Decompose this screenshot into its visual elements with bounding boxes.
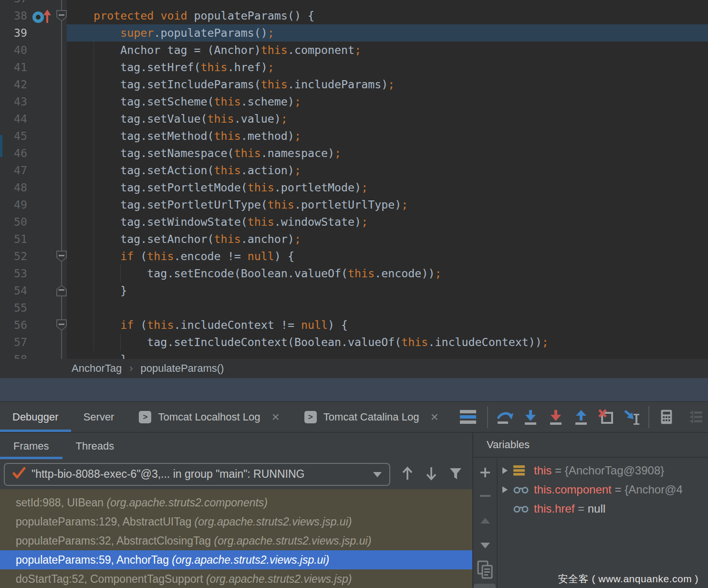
code-text[interactable]: tag.setScheme(this.scheme); xyxy=(67,93,301,110)
line-number[interactable]: 46 xyxy=(0,145,27,162)
line-number[interactable]: 48 xyxy=(0,179,27,196)
trace-disabled-icon[interactable] xyxy=(687,409,705,426)
ide-debug-screen: { "colors": { "accent_blue": "#3C78BF", … xyxy=(0,0,708,588)
override-method-gutter-icon[interactable] xyxy=(32,9,53,23)
line-number[interactable]: 41 xyxy=(0,59,27,76)
code-text[interactable]: if (this.includeContext != null) { xyxy=(67,316,348,334)
plain-token: tag.setPortletMode( xyxy=(67,181,248,194)
arrow-down-icon[interactable] xyxy=(425,465,438,483)
force-step-into-icon[interactable] xyxy=(547,409,564,426)
line-number[interactable]: 38 xyxy=(0,7,27,24)
evaluate-expression-icon[interactable] xyxy=(658,409,675,426)
line-number[interactable]: 58 xyxy=(0,351,27,359)
line-number[interactable]: 56 xyxy=(0,316,27,334)
plain-token: tag.setScheme( xyxy=(67,95,214,108)
plain-token: tag.setWindowState( xyxy=(67,215,248,228)
variable-row[interactable]: this.component = {Anchor@4 xyxy=(498,480,708,499)
variable-row[interactable]: this = {AnchorTag@3908} xyxy=(498,461,708,480)
tab-tomcat-localhost-log[interactable]: >Tomcat Localhost Log× xyxy=(126,402,292,432)
breadcrumb-class[interactable]: AnchorTag xyxy=(72,362,122,375)
expander-triangle-icon[interactable] xyxy=(500,466,513,475)
stack-frame-row[interactable]: populateParams:59, AnchorTag (org.apache… xyxy=(0,550,472,569)
code-line-58: 58 } xyxy=(0,351,708,359)
code-text[interactable]: Anchor tag = (Anchor)this.component; xyxy=(67,42,361,59)
stack-frame-row[interactable]: setId:988, UIBean (org.apache.struts2.co… xyxy=(0,493,472,512)
duplicate-watch-icon[interactable] xyxy=(473,560,497,580)
code-text[interactable]: tag.setEncode(Boolean.valueOf(this.encod… xyxy=(67,265,441,282)
splitter-band[interactable] xyxy=(0,378,708,402)
tab-frames[interactable]: Frames xyxy=(0,433,62,459)
tab-server[interactable]: Server xyxy=(71,402,127,432)
code-text[interactable]: tag.setIncludeContext(Boolean.valueOf(th… xyxy=(67,334,549,351)
line-number[interactable]: 53 xyxy=(0,265,27,282)
breadcrumb-method[interactable]: populateParams() xyxy=(141,362,224,375)
step-into-icon[interactable] xyxy=(522,409,539,426)
code-text[interactable]: tag.setPortletMode(this.portletMode); xyxy=(67,179,368,196)
filter-funnel-icon[interactable] xyxy=(448,466,463,483)
fold-marker-icon[interactable] xyxy=(56,251,67,262)
run-to-cursor-icon[interactable] xyxy=(623,409,640,426)
code-text[interactable]: tag.setIncludeParams(this.includeParams)… xyxy=(67,76,395,93)
plain-token: tag.setEncode(Boolean.valueOf( xyxy=(67,267,348,280)
plain-token: tag.setMethod( xyxy=(67,129,214,142)
line-number[interactable]: 43 xyxy=(0,93,27,110)
code-text[interactable]: tag.setWindowState(this.windowState); xyxy=(67,213,368,231)
stack-frame-row[interactable]: populateParams:129, AbstractUITag (org.a… xyxy=(0,512,472,531)
tab-debugger[interactable]: Debugger xyxy=(0,402,71,432)
tab-threads[interactable]: Threads xyxy=(62,433,128,459)
code-text[interactable]: tag.setHref(this.href); xyxy=(67,59,274,76)
code-text[interactable]: } xyxy=(67,282,127,299)
tab-tomcat-catalina-log[interactable]: >Tomcat Catalina Log× xyxy=(292,402,451,432)
move-down-icon[interactable] xyxy=(473,542,497,549)
fold-marker-icon[interactable] xyxy=(56,319,67,331)
code-text[interactable]: } xyxy=(67,351,127,359)
line-number[interactable]: 47 xyxy=(0,162,27,179)
line-number[interactable]: 49 xyxy=(0,196,27,213)
code-text[interactable]: super.populateParams(); xyxy=(67,24,274,42)
line-number[interactable]: 50 xyxy=(0,213,27,231)
plain-token: ( xyxy=(134,250,147,262)
keyword-token: protected xyxy=(94,9,154,22)
code-text[interactable]: tag.setPortletUrlType(this.portletUrlTyp… xyxy=(67,196,408,213)
line-number[interactable]: 39 xyxy=(0,24,27,42)
line-number[interactable]: 55 xyxy=(0,299,27,316)
thread-selector-dropdown[interactable]: "http-bio-8088-exec-6"@3,... in group "m… xyxy=(4,463,390,486)
line-number[interactable]: 51 xyxy=(0,231,27,248)
line-number[interactable]: 52 xyxy=(0,248,27,265)
code-text[interactable]: tag.setNamespace(this.namespace); xyxy=(67,145,341,162)
code-text[interactable]: tag.setValue(this.value); xyxy=(67,110,288,127)
line-number[interactable]: 40 xyxy=(0,42,27,59)
close-icon[interactable]: × xyxy=(430,410,438,424)
code-text[interactable]: if (this.encode != null) { xyxy=(67,248,294,265)
code-text[interactable]: protected void populateParams() { xyxy=(67,7,314,24)
move-up-icon[interactable] xyxy=(473,517,497,525)
plain-token: .method) xyxy=(241,129,294,142)
close-icon[interactable]: × xyxy=(271,410,279,424)
line-number[interactable]: 57 xyxy=(0,334,27,351)
fold-marker-inner xyxy=(57,320,66,330)
add-watch-icon[interactable] xyxy=(473,466,497,479)
line-number[interactable]: 54 xyxy=(0,282,27,299)
variable-row[interactable]: this.href = null xyxy=(498,499,708,518)
remove-watch-icon[interactable] xyxy=(473,494,497,498)
arrow-up-icon[interactable] xyxy=(401,465,414,483)
step-over-icon[interactable] xyxy=(497,409,514,426)
fold-marker-icon[interactable] xyxy=(56,285,67,296)
code-line-46: 46 tag.setNamespace(this.namespace); xyxy=(0,145,708,162)
line-number[interactable]: 45 xyxy=(0,127,27,145)
line-number[interactable]: 44 xyxy=(0,110,27,127)
drop-frame-icon[interactable] xyxy=(598,409,615,426)
step-out-icon[interactable] xyxy=(573,409,590,426)
layout-lines-icon[interactable] xyxy=(460,410,476,424)
stack-frame-row[interactable]: doStartTag:52, ComponentTagSupport (org.… xyxy=(0,569,472,588)
line-number[interactable]: 37 xyxy=(0,0,27,7)
fold-marker-icon[interactable] xyxy=(56,10,67,21)
scrollbar-thumb[interactable] xyxy=(474,584,496,588)
code-text[interactable]: tag.setAction(this.action); xyxy=(67,162,301,179)
stack-frame-row[interactable]: populateParams:32, AbstractClosingTag (o… xyxy=(0,531,472,550)
line-number[interactable]: 42 xyxy=(0,76,27,93)
expander-triangle-icon[interactable] xyxy=(500,485,513,494)
code-text[interactable]: tag.setAnchor(this.anchor); xyxy=(67,231,301,248)
code-text[interactable]: tag.setMethod(this.method); xyxy=(67,127,301,145)
plain-token: .action) xyxy=(241,164,294,177)
